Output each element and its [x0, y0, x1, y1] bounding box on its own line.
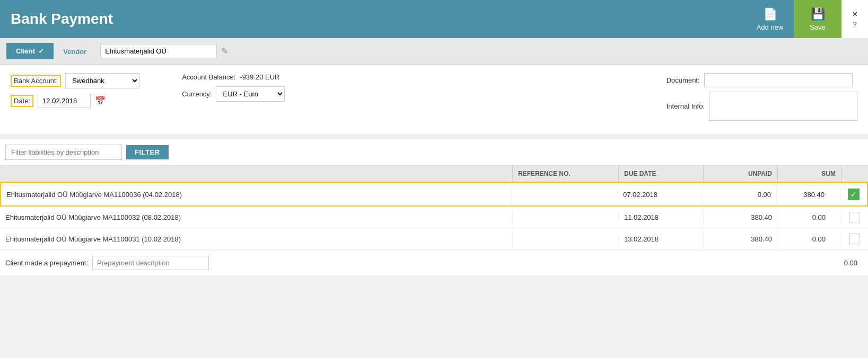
row-due-date: 11.02.2018: [619, 208, 704, 227]
date-group: Date: 📅: [11, 94, 139, 108]
row-sum[interactable]: [778, 232, 841, 246]
account-balance-value: -939.20 EUR: [240, 73, 279, 81]
row-unpaid: 0.00: [703, 185, 777, 204]
table-body: Ehitusmaterjalid OÜ Müügiarve MA1100036 …: [0, 182, 868, 250]
unchecked-icon[interactable]: [849, 212, 860, 222]
table-header: REFERENCE NO. DUE DATE UNPAID SUM: [0, 166, 868, 182]
account-balance-group: Account Balance: -939.20 EUR: [182, 73, 285, 81]
filter-row: FILTER: [0, 139, 868, 166]
table-row[interactable]: Ehitusmaterjalid OÜ Müügiarve MA1100031 …: [0, 228, 868, 250]
add-new-button[interactable]: 📄 Add new: [746, 0, 794, 38]
internal-info-group: Internal Info:: [667, 92, 857, 121]
table-row[interactable]: Ehitusmaterjalid OÜ Müügiarve MA1100036 …: [0, 182, 868, 207]
row-due-date: 13.02.2018: [619, 230, 704, 248]
tab-client-label: Client: [16, 47, 35, 55]
filter-input[interactable]: [5, 145, 122, 160]
page-title: Bank Payment: [11, 11, 113, 28]
filter-button[interactable]: FILTER: [126, 145, 169, 159]
date-label: Date:: [11, 95, 33, 107]
currency-label: Currency:: [182, 90, 212, 98]
account-balance-label: Account Balance:: [182, 73, 235, 81]
unchecked-icon[interactable]: [849, 234, 860, 244]
header: Bank Payment 📄 Add new 💾 Save ✕ ?: [0, 0, 868, 38]
row-unpaid: 380.40: [704, 208, 778, 227]
vendor-input[interactable]: [100, 44, 217, 58]
close-button[interactable]: ✕ ?: [841, 0, 868, 38]
sum-input[interactable]: [783, 213, 826, 221]
document-label: Document:: [667, 76, 700, 84]
row-reference-no: [513, 212, 619, 222]
client-check-icon: ✓: [38, 47, 44, 55]
prepayment-amount: 0.00: [844, 259, 863, 267]
col-check: [841, 166, 868, 182]
table-section: FILTER REFERENCE NO. DUE DATE UNPAID SUM…: [0, 139, 868, 275]
row-sum[interactable]: [777, 187, 840, 202]
row-checkbox[interactable]: [841, 228, 868, 249]
row-checkbox[interactable]: ✓: [840, 183, 867, 205]
tabs-row: Client ✓ Vendor ✎: [0, 38, 868, 65]
row-reference-no: [512, 189, 618, 200]
prepayment-row: Client made a prepayment: 0.00: [0, 250, 868, 275]
checked-icon[interactable]: ✓: [848, 189, 860, 200]
header-buttons: 📄 Add new 💾 Save ✕ ?: [746, 0, 868, 38]
calendar-icon[interactable]: 📅: [95, 96, 106, 106]
col-reference-no: REFERENCE NO.: [513, 166, 619, 182]
vendor-field: ✎: [100, 44, 228, 58]
bank-account-select[interactable]: Swedbank: [65, 73, 139, 88]
document-group: Document:: [667, 73, 857, 87]
row-description: Ehitusmaterjalid OÜ Müügiarve MA1100032 …: [0, 208, 513, 227]
col-sum: SUM: [778, 166, 841, 182]
form-section: Bank Account: Swedbank Date: 📅 Account B…: [0, 65, 868, 135]
col-unpaid: UNPAID: [704, 166, 778, 182]
internal-info-label: Internal Info:: [667, 102, 705, 110]
close-x: ✕: [852, 10, 858, 18]
prepayment-label: Client made a prepayment:: [5, 259, 88, 267]
add-new-icon: 📄: [763, 7, 777, 21]
tab-vendor[interactable]: Vendor: [54, 42, 96, 60]
row-reference-no: [513, 234, 619, 244]
row-unpaid: 380.40: [704, 230, 778, 248]
add-new-label: Add new: [757, 23, 784, 31]
sum-input[interactable]: [782, 191, 825, 199]
edit-vendor-icon[interactable]: ✎: [221, 46, 228, 56]
tab-vendor-label: Vendor: [63, 48, 86, 56]
save-icon: 💾: [811, 7, 825, 21]
right-section: Document: Internal Info:: [667, 73, 857, 121]
row-sum[interactable]: [778, 210, 841, 225]
bank-account-label: Bank Account:: [11, 75, 61, 87]
row-checkbox[interactable]: [841, 207, 868, 228]
row-description: Ehitusmaterjalid OÜ Müügiarve MA1100031 …: [0, 230, 513, 248]
row-description: Ehitusmaterjalid OÜ Müügiarve MA1100036 …: [1, 185, 512, 204]
currency-group: Currency: EUR - Euro: [182, 86, 285, 102]
document-input[interactable]: [704, 73, 853, 87]
date-input[interactable]: [38, 94, 91, 108]
close-label: ?: [853, 20, 856, 28]
currency-select[interactable]: EUR - Euro: [216, 86, 285, 102]
table-row[interactable]: Ehitusmaterjalid OÜ Müügiarve MA1100032 …: [0, 207, 868, 228]
col-due-date: DUE DATE: [619, 166, 704, 182]
row-due-date: 07.02.2018: [618, 185, 703, 204]
bank-account-group: Bank Account: Swedbank: [11, 73, 139, 88]
form-row-1: Bank Account: Swedbank Date: 📅 Account B…: [11, 73, 857, 121]
tab-client[interactable]: Client ✓: [6, 43, 54, 59]
prepayment-input[interactable]: [92, 256, 209, 270]
col-description: [0, 166, 513, 182]
internal-info-textarea[interactable]: [709, 92, 857, 121]
save-label: Save: [810, 23, 826, 31]
save-button[interactable]: 💾 Save: [794, 0, 841, 38]
sum-input[interactable]: [783, 235, 826, 243]
